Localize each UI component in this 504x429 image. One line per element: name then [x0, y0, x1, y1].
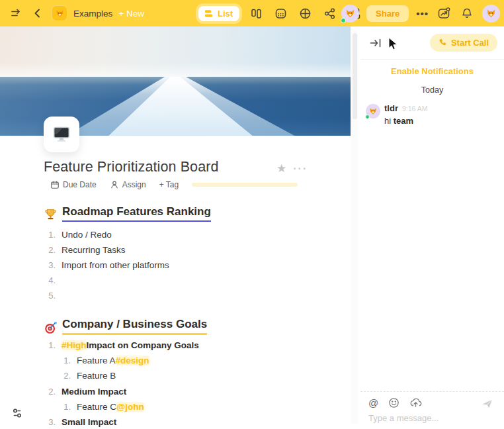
mention-icon[interactable]: @ — [368, 398, 378, 408]
back-chevron-icon[interactable] — [30, 5, 46, 21]
online-status-dot — [365, 115, 370, 119]
page-title[interactable]: Feature Prioritization Board — [44, 159, 219, 175]
message-avatar — [366, 104, 380, 119]
notifications-bell-icon[interactable] — [459, 5, 475, 21]
cover-sky — [0, 26, 351, 77]
trophy-icon — [44, 208, 58, 222]
share-button[interactable]: Share — [366, 5, 409, 22]
top-bar: Examples + New List — [0, 0, 504, 26]
message-text: hi team — [384, 116, 497, 126]
heading-roadmap[interactable]: Roadmap Features Ranking — [44, 205, 211, 222]
new-button[interactable]: + New — [118, 9, 144, 19]
chat-panel: Start Call Enable Notifications Today tl… — [360, 26, 504, 429]
list-item[interactable]: 2. Feature B — [59, 369, 116, 382]
workspace-fox-icon[interactable] — [52, 5, 67, 21]
phone-icon — [439, 38, 447, 47]
main-scrollbar[interactable] — [351, 30, 358, 424]
target-icon — [44, 321, 58, 335]
scrollbar-thumb[interactable] — [353, 33, 357, 119]
share-nodes-icon[interactable] — [321, 5, 337, 21]
view-tab-list[interactable]: List — [198, 6, 239, 21]
monitor-icon — [52, 124, 71, 144]
list-item[interactable]: 3. Import from other platforms — [44, 258, 169, 271]
tag-high[interactable]: #High — [62, 340, 87, 350]
activity-icon[interactable] — [436, 5, 452, 21]
title-more-icon[interactable]: ··· — [293, 163, 308, 175]
app-window: Examples + New List — [0, 0, 504, 429]
online-status-dot — [341, 18, 346, 23]
list-item[interactable]: 2. Medium Impact — [44, 385, 126, 398]
view-tab-list-label: List — [218, 9, 233, 19]
mention-john[interactable]: @john — [116, 402, 144, 412]
user-avatar[interactable] — [341, 5, 359, 23]
list-item[interactable]: 1. Feature A #design — [59, 354, 149, 367]
add-tag-button[interactable]: + Tag — [159, 180, 179, 189]
mindmap-view-icon[interactable] — [297, 5, 313, 21]
chat-message: tldr 9:16 AM hi team — [360, 103, 504, 126]
list-item[interactable]: 1. Feature C @john — [59, 400, 144, 413]
collapse-panel-icon[interactable] — [369, 37, 382, 49]
chat-header: Start Call — [360, 26, 504, 60]
message-input[interactable] — [368, 413, 487, 423]
more-menu-button[interactable]: ••• — [416, 8, 429, 19]
emoji-icon[interactable] — [388, 397, 399, 408]
person-icon — [110, 180, 119, 189]
list-item[interactable]: 2. Recurring Tasks — [44, 243, 126, 256]
message-timestamp: 9:16 AM — [402, 105, 428, 113]
message-composer: @ — [360, 391, 504, 429]
heading-goals[interactable]: Company / Business Goals — [44, 318, 207, 335]
board-view-icon[interactable] — [248, 5, 264, 21]
member-avatar[interactable] — [482, 5, 500, 23]
send-icon[interactable] — [482, 399, 493, 409]
assign-button[interactable]: Assign — [110, 180, 146, 189]
calendar-icon — [50, 180, 60, 189]
document-area: Feature Prioritization Board ★ ··· Due D… — [0, 26, 360, 429]
filter-settings-icon[interactable] — [10, 406, 24, 420]
page-emoji-icon[interactable] — [44, 117, 79, 152]
list-view-icon — [204, 9, 214, 19]
meta-highlight — [192, 183, 298, 187]
list-item[interactable]: 4. — [44, 273, 62, 287]
upload-icon[interactable] — [409, 397, 422, 408]
sidebar-toggle-icon[interactable] — [8, 5, 24, 21]
star-icon[interactable]: ★ — [276, 162, 286, 175]
start-call-button[interactable]: Start Call — [430, 34, 497, 52]
list-item[interactable]: 1. Undo / Redo — [44, 228, 112, 241]
day-divider: Today — [360, 85, 504, 95]
list-item[interactable]: 1. #High Impact on Company Goals — [44, 338, 199, 352]
message-author: tldr — [384, 103, 398, 113]
due-date-button[interactable]: Due Date — [50, 180, 97, 189]
tag-design[interactable]: #design — [116, 356, 149, 365]
list-item[interactable]: 5. — [44, 289, 62, 302]
calendar-view-icon[interactable] — [273, 5, 288, 21]
breadcrumb[interactable]: Examples — [73, 9, 112, 19]
list-item[interactable]: 3. Small Impact — [44, 415, 116, 428]
enable-notifications-link[interactable]: Enable Notifications — [360, 66, 504, 76]
mouse-cursor — [388, 37, 398, 52]
